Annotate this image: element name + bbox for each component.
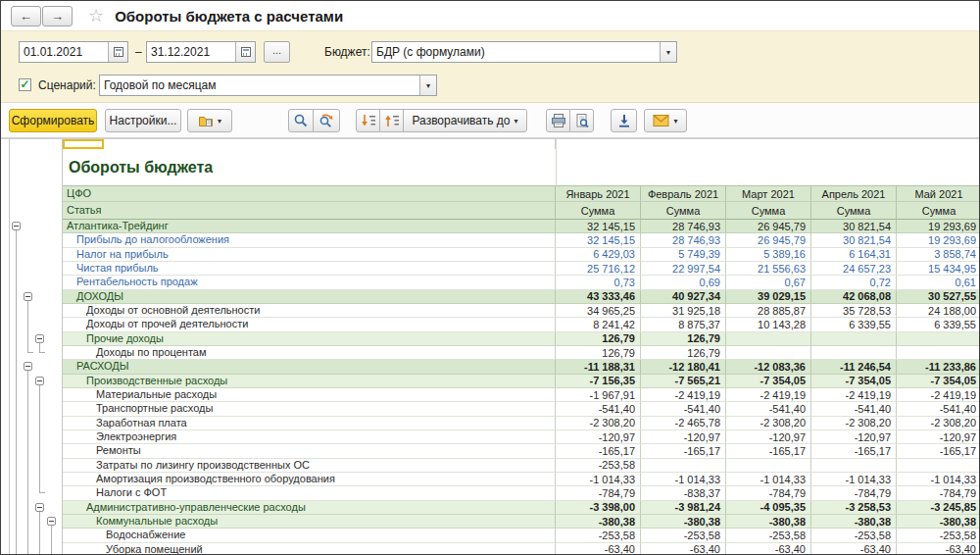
value-cell[interactable] xyxy=(726,346,811,360)
row-label[interactable]: Коммунальные расходы xyxy=(63,515,556,529)
value-cell[interactable]: 35 728,53 xyxy=(811,304,897,318)
row-label[interactable]: Ремонты xyxy=(63,444,556,458)
row-label[interactable]: Атлантика-Трейдинг xyxy=(63,220,556,233)
column-header[interactable]: Апрель 2021 xyxy=(811,185,897,202)
column-subheader[interactable]: Сумма xyxy=(641,202,726,220)
row-label[interactable]: Затраты по лизингу производственных ОС xyxy=(63,459,556,473)
row-label[interactable]: Транспортные расходы xyxy=(63,402,556,416)
value-cell[interactable] xyxy=(897,459,980,473)
value-cell[interactable]: -165,17 xyxy=(897,444,980,458)
value-cell[interactable]: -7 565,21 xyxy=(641,375,726,388)
column-subheader[interactable]: Сумма xyxy=(811,202,897,220)
value-cell[interactable] xyxy=(811,332,897,346)
value-cell[interactable]: -120,97 xyxy=(726,430,811,444)
value-cell[interactable] xyxy=(811,346,897,360)
value-cell[interactable]: -541,40 xyxy=(897,402,980,416)
value-cell[interactable]: -3 258,53 xyxy=(811,501,897,515)
value-cell[interactable]: -11 246,54 xyxy=(811,360,897,374)
value-cell[interactable]: -784,79 xyxy=(556,486,641,500)
value-cell[interactable]: 26 945,79 xyxy=(726,220,811,233)
value-cell[interactable]: 6 339,55 xyxy=(811,318,897,331)
print-preview-button[interactable] xyxy=(569,109,594,132)
value-cell[interactable]: -2 308,20 xyxy=(811,417,897,430)
group-expander[interactable] xyxy=(24,292,32,301)
value-cell[interactable]: 0,73 xyxy=(556,276,641,289)
value-cell[interactable]: -253,58 xyxy=(726,529,811,542)
value-cell[interactable]: 6 164,31 xyxy=(811,248,897,262)
value-cell[interactable]: 21 556,63 xyxy=(726,262,811,276)
value-cell[interactable] xyxy=(811,459,897,473)
value-cell[interactable] xyxy=(897,332,980,346)
row-label[interactable]: Уборка помещений xyxy=(63,543,556,555)
value-cell[interactable]: -3 398,00 xyxy=(556,501,641,515)
value-cell[interactable]: -165,17 xyxy=(641,444,726,458)
value-cell[interactable]: 126,79 xyxy=(556,332,641,346)
value-cell[interactable]: -380,38 xyxy=(641,515,726,529)
group-expander[interactable] xyxy=(35,334,44,343)
value-cell[interactable]: -12 083,36 xyxy=(726,360,811,374)
value-cell[interactable]: 28 885,87 xyxy=(726,304,811,318)
value-cell[interactable]: 5 749,39 xyxy=(641,248,726,262)
value-cell[interactable]: -541,40 xyxy=(726,402,811,416)
value-cell[interactable]: -120,97 xyxy=(811,430,897,444)
value-cell[interactable]: -63,40 xyxy=(726,543,811,555)
value-cell[interactable]: -3 981,24 xyxy=(641,501,726,515)
value-cell[interactable]: 3 858,74 xyxy=(897,248,980,262)
value-cell[interactable]: 126,79 xyxy=(641,332,726,346)
expand-groups-button[interactable] xyxy=(379,109,404,132)
report-variants-button[interactable]: ▾ xyxy=(187,109,232,132)
value-cell[interactable]: -784,79 xyxy=(811,486,897,500)
row-label[interactable]: Прибыль до налогообложения xyxy=(63,233,556,247)
row-label[interactable]: Налоги с ФОТ xyxy=(63,486,556,500)
column-subheader[interactable]: Сумма xyxy=(897,202,980,220)
value-cell[interactable]: -838,37 xyxy=(641,486,726,500)
value-cell[interactable]: -1 014,33 xyxy=(897,473,980,486)
value-cell[interactable]: -784,79 xyxy=(897,486,980,500)
value-cell[interactable]: 43 333,46 xyxy=(556,290,641,304)
value-cell[interactable]: 39 029,15 xyxy=(726,290,811,304)
value-cell[interactable]: 19 293,69 xyxy=(897,233,980,247)
value-cell[interactable]: -120,97 xyxy=(897,430,980,444)
row-label[interactable]: Доходы по процентам xyxy=(63,346,556,360)
value-cell[interactable]: -2 419,19 xyxy=(897,388,980,402)
value-cell[interactable]: 42 068,08 xyxy=(811,290,897,304)
expand-to-button[interactable]: Разворачивать до ▾ xyxy=(403,109,527,132)
date-to-calendar-button[interactable] xyxy=(235,42,255,62)
row-label[interactable]: Рентабельность продаж xyxy=(63,276,556,289)
dimension-header-cfo[interactable]: ЦФО xyxy=(63,185,556,202)
value-cell[interactable]: 0,61 xyxy=(897,276,980,289)
search-next-button[interactable] xyxy=(313,109,340,132)
value-cell[interactable]: -2 308,20 xyxy=(726,417,811,430)
value-cell[interactable]: -253,58 xyxy=(641,529,726,542)
date-to-field[interactable]: 31.12.2021 xyxy=(146,41,256,63)
row-label[interactable]: Производственные расходы xyxy=(63,375,556,388)
value-cell[interactable]: 126,79 xyxy=(641,346,726,360)
value-cell[interactable]: 32 145,15 xyxy=(556,233,641,247)
row-label[interactable]: Электроэнергия xyxy=(63,430,556,444)
row-label[interactable]: Доходы от прочей деятельности xyxy=(63,318,556,331)
value-cell[interactable]: -120,97 xyxy=(556,430,641,444)
scenario-combobox[interactable]: Годовой по месяцам ▾ xyxy=(99,75,437,96)
value-cell[interactable]: -63,40 xyxy=(556,543,641,555)
column-subheader[interactable]: Сумма xyxy=(726,202,811,220)
value-cell[interactable]: 8 875,37 xyxy=(641,318,726,331)
value-cell[interactable]: -11 188,31 xyxy=(556,360,641,374)
dimension-header-article[interactable]: Статья xyxy=(63,202,556,220)
value-cell[interactable]: -2 419,19 xyxy=(811,388,897,402)
value-cell[interactable]: 22 997,54 xyxy=(641,262,726,276)
value-cell[interactable]: -253,58 xyxy=(556,529,641,542)
favorite-star-icon[interactable]: ☆ xyxy=(88,7,104,25)
strip-rest-cell[interactable] xyxy=(556,139,980,149)
value-cell[interactable]: -2 308,20 xyxy=(556,417,641,430)
value-cell[interactable]: 26 945,79 xyxy=(726,233,811,247)
value-cell[interactable]: -541,40 xyxy=(811,402,897,416)
value-cell[interactable]: -541,40 xyxy=(641,402,726,416)
group-expander[interactable] xyxy=(47,517,56,526)
value-cell[interactable]: -7 156,35 xyxy=(556,375,641,388)
value-cell[interactable]: -4 095,35 xyxy=(726,501,811,515)
value-cell[interactable] xyxy=(726,459,811,473)
group-expander[interactable] xyxy=(24,362,32,371)
print-button[interactable] xyxy=(546,109,570,132)
value-cell[interactable]: -63,40 xyxy=(641,543,726,555)
value-cell[interactable]: -2 419,19 xyxy=(641,388,726,402)
